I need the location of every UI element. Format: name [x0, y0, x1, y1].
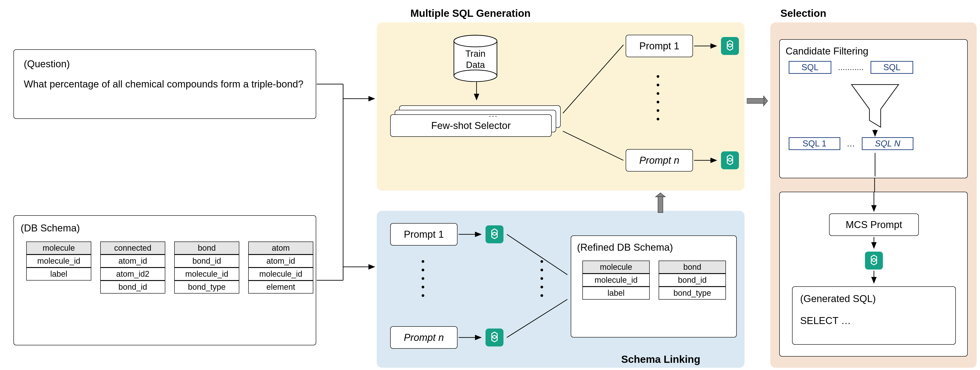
db-schema-label: (DB Schema)	[21, 222, 309, 233]
funnel-icon	[849, 82, 901, 132]
schema-linking-title: Schema Linking	[621, 353, 700, 365]
table-col: label	[26, 268, 91, 281]
table-head: bond	[174, 241, 239, 254]
table-head: bond	[659, 260, 726, 273]
refined-table-bond: bond bond_id bond_type	[659, 260, 726, 300]
arrow-into-mcs	[870, 192, 877, 213]
sl-prompt-vdots	[422, 260, 424, 297]
candidate-bottom-row: SQL 1 ... SQL N	[789, 137, 913, 150]
openai-icon	[865, 252, 883, 270]
dots-short: ...	[847, 139, 855, 148]
db-schema-box: (DB Schema) molecule molecule_id label c…	[13, 215, 316, 345]
openai-icon	[485, 225, 503, 243]
train-data-cylinder: Train Data	[453, 35, 498, 82]
table-col: atom_id	[248, 254, 313, 268]
table-col: molecule_id	[582, 273, 650, 287]
gen-prompt-1-label: Prompt 1	[640, 40, 679, 52]
table-col: bond_type	[174, 281, 239, 294]
arrow-llm-to-sql	[870, 271, 877, 285]
question-text: What percentage of all chemical compound…	[24, 78, 306, 90]
table-col: label	[582, 287, 650, 300]
gen-prompt1-to-llm-arrow	[694, 40, 719, 52]
svg-point-11	[454, 70, 497, 82]
mcs-prompt-label: MCS Prompt	[846, 219, 902, 230]
gen-promptn-to-llm-arrow	[694, 155, 719, 166]
table-col: bond_id	[174, 254, 239, 268]
sl-promptn-to-llm-arrow	[458, 332, 483, 343]
sl-llm-to-refined-lines	[504, 230, 572, 344]
generated-sql-box: (Generated SQL) SELECT …	[792, 286, 956, 345]
table-head: molecule	[582, 260, 650, 273]
schema-table-connected: connected atom_id atom_id2 bond_id	[100, 241, 165, 294]
input-connector-lines	[316, 81, 377, 289]
sql-box-generic: SQL	[870, 61, 913, 74]
svg-point-12	[454, 35, 497, 47]
candidate-top-row: SQL ........... SQL	[789, 61, 913, 74]
svg-line-20	[507, 234, 567, 275]
question-box: (Question) What percentage of all chemic…	[13, 49, 316, 119]
generated-sql-text: SELECT …	[800, 315, 948, 326]
sql-1-box: SQL 1	[789, 137, 840, 150]
generated-sql-label: (Generated SQL)	[800, 293, 948, 304]
table-col: bond_id	[659, 273, 726, 287]
table-col: molecule_id	[26, 254, 91, 268]
gen-prompt-n-label: Prompt n	[640, 155, 679, 166]
sql-box-generic: SQL	[789, 61, 831, 74]
arrow-schema-to-gen	[654, 192, 667, 214]
openai-icon	[485, 329, 503, 346]
selection-lower-box: MCS Prompt (Generated SQL) SELECT …	[779, 192, 968, 357]
table-head: atom	[248, 241, 313, 254]
arrow-train-to-selector	[473, 82, 480, 104]
table-col: element	[248, 281, 313, 294]
schema-table-molecule: molecule molecule_id label	[26, 241, 91, 281]
train-data-label-bottom: Data	[453, 60, 498, 70]
table-col: atom_id2	[100, 268, 165, 281]
sl-prompt-n-box: Prompt n	[390, 326, 458, 349]
svg-rect-24	[658, 197, 663, 213]
openai-icon	[721, 37, 739, 55]
table-col: molecule_id	[248, 268, 313, 281]
table-col: bond_type	[659, 287, 726, 300]
svg-rect-26	[747, 98, 764, 103]
table-col: bond_id	[100, 281, 165, 294]
sl-prompt1-to-llm-arrow	[458, 229, 483, 240]
svg-line-14	[563, 45, 624, 113]
sl-prompt-1-box: Prompt 1	[390, 223, 458, 246]
arrow-mcs-to-llm	[870, 237, 877, 251]
table-head: connected	[100, 241, 165, 254]
sql-generation-title: Multiple SQL Generation	[410, 7, 531, 19]
gen-prompt-n-box: Prompt n	[626, 149, 693, 172]
table-col: molecule_id	[174, 268, 239, 281]
mcs-prompt-box: MCS Prompt	[829, 213, 919, 236]
svg-line-15	[563, 131, 624, 160]
svg-line-21	[507, 299, 567, 337]
few-shot-ellipsis: ...	[489, 110, 498, 119]
arrow-row-to-mcs	[872, 153, 878, 179]
few-shot-selector-label: Few-shot Selector	[431, 120, 511, 131]
sl-prompt-1-label: Prompt 1	[404, 229, 444, 240]
sl-prompt-n-label: Prompt n	[404, 332, 444, 343]
openai-icon	[721, 151, 739, 169]
schema-table-atom: atom atom_id molecule_id element	[248, 241, 313, 294]
gen-selector-to-prompts	[561, 41, 628, 167]
arrow-funnel-to-row	[872, 129, 878, 138]
selection-title: Selection	[780, 7, 826, 19]
refined-schema-label: (Refined DB Schema)	[577, 242, 730, 253]
gen-prompt-1-box: Prompt 1	[626, 35, 693, 57]
refined-table-molecule: molecule molecule_id label	[582, 260, 650, 300]
candidate-filtering-box: Candidate Filtering SQL ........... SQL …	[779, 39, 968, 178]
few-shot-selector-box: Few-shot Selector	[390, 114, 552, 137]
table-head: molecule	[26, 241, 91, 254]
schema-table-bond: bond bond_id molecule_id bond_type	[174, 241, 239, 294]
train-data-label-top: Train	[453, 49, 498, 59]
arrow-filtering-to-lower	[871, 178, 878, 192]
refined-schema-box: (Refined DB Schema) molecule molecule_id…	[571, 235, 737, 337]
table-col: atom_id	[100, 254, 165, 268]
arrow-gen-to-selection	[747, 94, 768, 108]
gen-prompt-vdots	[657, 75, 659, 121]
sql-n-box: SQL N	[862, 137, 913, 150]
candidate-filtering-label: Candidate Filtering	[786, 46, 961, 57]
dots-long: ...........	[838, 63, 864, 72]
question-label: (Question)	[24, 58, 306, 70]
